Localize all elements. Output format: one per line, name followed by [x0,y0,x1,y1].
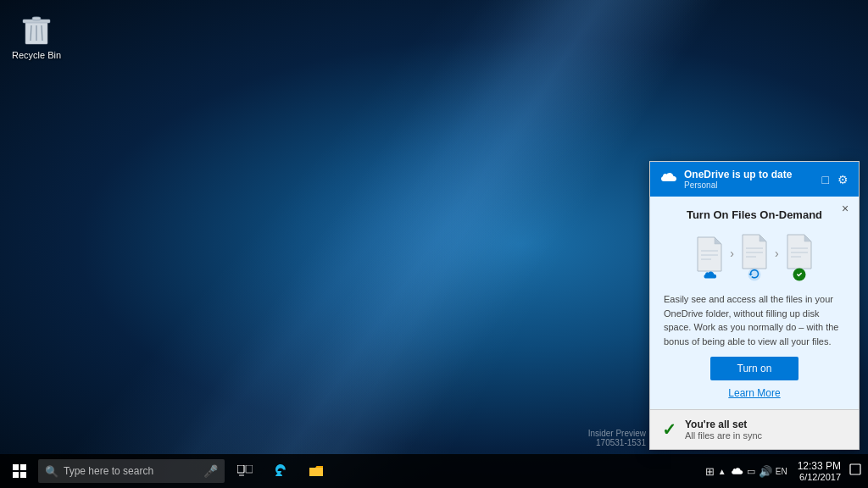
onedrive-account-type: Personal [684,180,814,190]
svg-rect-18 [13,464,19,470]
onedrive-header: OneDrive is up to date Personal □ ⚙ [650,162,859,197]
volume-icon[interactable]: 🔊 [759,465,772,478]
svg-rect-21 [20,472,26,478]
dialog-close-button[interactable]: × [838,202,852,215]
onedrive-settings-button[interactable]: ⚙ [836,171,850,188]
taskbar: 🔍 Type here to search 🎤 [0,454,868,488]
arrow-icon-1: › [730,247,734,260]
status-subtitle: All files are in sync [685,430,762,441]
system-clock[interactable]: 12:33 PM 6/12/2017 [798,460,841,482]
recycle-bin-icon[interactable]: Recycle Bin [7,7,66,64]
battery-icon[interactable]: ▭ [747,466,755,477]
task-view-button[interactable] [228,454,262,488]
onedrive-window-button[interactable]: □ [821,171,831,188]
dialog-title: Turn On Files On-Demand [650,197,859,230]
icon-group-1 [694,236,725,280]
keyboard-icon[interactable]: EN [776,467,787,476]
status-title: You're all set [685,419,762,430]
dialog-icons-row: › › [650,233,859,282]
onedrive-status-title: OneDrive is up to date [684,169,814,180]
insider-line1: Insider Preview [588,429,646,438]
svg-rect-19 [20,464,26,470]
turn-on-button[interactable]: Turn on [710,357,799,380]
recycle-bin-label: Recycle Bin [12,49,61,61]
dialog-description: Easily see and access all the files in y… [650,292,859,357]
learn-more-button[interactable]: Learn More [728,387,780,399]
clock-date: 6/12/2017 [799,472,841,482]
onedrive-status: ✓ You're all set All files are in sync [650,410,859,449]
search-bar[interactable]: 🔍 Type here to search 🎤 [38,459,225,483]
recycle-bin-image [19,10,53,47]
microphone-icon[interactable]: 🎤 [203,464,218,478]
onedrive-dialog: × Turn On Files On-Demand [650,197,859,410]
up-arrow-icon[interactable]: ▲ [718,467,726,476]
edge-button[interactable] [264,454,298,488]
onedrive-tray-icon[interactable] [730,466,743,476]
onedrive-header-actions: □ ⚙ [821,171,850,188]
status-check-icon: ✓ [662,419,676,440]
insider-line2: 170531-1531 [588,438,646,447]
search-icon: 🔍 [45,465,58,478]
desktop: Recycle Bin Insider Preview 170531-1531 … [0,0,868,488]
start-button[interactable] [0,454,38,488]
icon-group-2 [739,233,770,282]
onedrive-panel: OneDrive is up to date Personal □ ⚙ × Tu… [649,161,860,450]
svg-rect-22 [237,465,244,473]
notification-center-button[interactable] [849,463,861,479]
taskbar-apps [228,454,333,488]
icon-group-3 [784,233,815,282]
onedrive-header-text: OneDrive is up to date Personal [684,169,814,190]
insider-watermark: Insider Preview 170531-1531 [588,429,646,447]
svg-rect-24 [239,474,244,476]
svg-rect-23 [246,465,253,473]
system-tray: ⊞ ▲ ▭ 🔊 EN [705,465,787,478]
taskbar-right: ⊞ ▲ ▭ 🔊 EN 12:33 PM 6/12/2017 [698,454,868,488]
network-icon[interactable]: ⊞ [705,465,715,478]
status-text: You're all set All files are in sync [685,419,762,441]
arrow-icon-2: › [775,247,779,260]
onedrive-cloud-icon [659,170,677,188]
svg-rect-25 [850,464,860,474]
file-explorer-button[interactable] [299,454,333,488]
svg-rect-20 [13,472,19,478]
search-input[interactable]: Type here to search [64,465,198,477]
clock-time: 12:33 PM [798,460,841,472]
